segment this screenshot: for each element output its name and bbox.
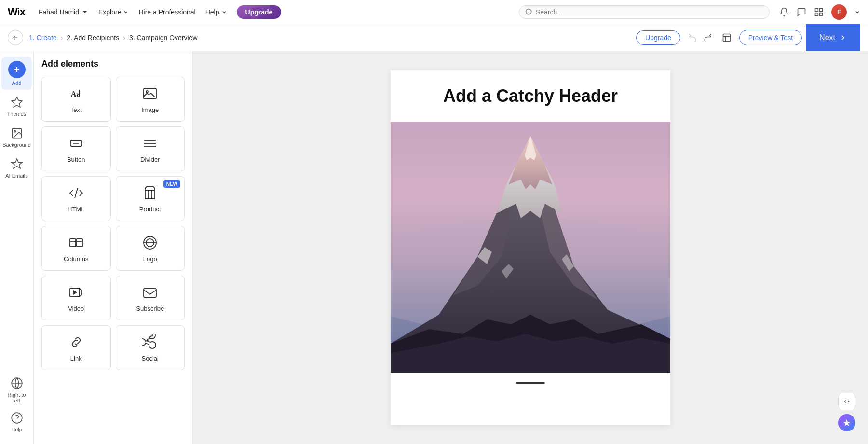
html-element-label: HTML [68, 206, 84, 213]
video-element-label: Video [68, 305, 84, 312]
sidebar-rtl-label: Right to left [4, 392, 29, 403]
svg-rect-4 [820, 13, 823, 15]
wix-logo: Wix [8, 6, 25, 18]
sidebar-background-label: Background [2, 142, 31, 148]
svg-rect-2 [820, 8, 823, 11]
layout-toggle-button[interactable] [720, 31, 733, 44]
subscribe-element-label: Subscribe [136, 305, 164, 312]
text-element-label: Text [70, 106, 82, 113]
svg-marker-28 [73, 290, 77, 295]
svg-rect-19 [145, 190, 155, 199]
help-menu[interactable]: Help [205, 8, 227, 16]
svg-point-7 [14, 131, 15, 132]
ai-helper-button[interactable] [838, 414, 855, 431]
social-element-icon [142, 333, 158, 351]
svg-rect-21 [77, 239, 82, 247]
left-sidebar: Add Themes Background AI Emails [0, 51, 34, 444]
chevron-down-icon [81, 8, 89, 16]
sidebar-item-rtl[interactable]: Right to left [1, 373, 32, 407]
chat-icon[interactable] [797, 7, 806, 17]
breadcrumb-step3[interactable]: 3. Campaign Overview [129, 34, 198, 42]
element-card-divider[interactable]: Divider [116, 126, 185, 171]
chevron-down-icon [123, 9, 129, 15]
avatar[interactable]: F [831, 4, 847, 20]
svg-text:Aa: Aa [71, 90, 81, 98]
element-card-logo[interactable]: Logo [116, 226, 185, 271]
breadcrumb-sep2: › [123, 34, 125, 42]
next-button[interactable]: Next [806, 24, 860, 51]
rtl-icon [11, 376, 23, 390]
sidebar-add-label: Add [12, 80, 22, 86]
code-helper-button[interactable] [838, 393, 855, 410]
breadcrumb-sep1: › [61, 34, 63, 42]
canvas-divider [391, 375, 670, 391]
svg-rect-5 [723, 34, 730, 41]
divider-element-label: Divider [140, 156, 160, 163]
help-icon [11, 411, 23, 425]
canvas-header: Add a Catchy Header [391, 70, 670, 122]
breadcrumb-step2[interactable]: 2. Add Recipients [67, 34, 119, 42]
element-card-image[interactable]: Image [116, 77, 185, 122]
logo-element-label: Logo [143, 255, 157, 263]
element-card-columns[interactable]: Columns [41, 226, 111, 271]
sidebar-ai-label: AI Emails [5, 173, 27, 179]
user-name: Fahad Hamid [39, 8, 79, 16]
campaign-bar: 1. Create › 2. Add Recipients › 3. Campa… [0, 24, 868, 51]
link-element-icon [68, 333, 84, 351]
sidebar-item-themes[interactable]: Themes [1, 92, 32, 121]
sidebar-themes-label: Themes [7, 111, 27, 117]
explore-menu[interactable]: Explore [98, 8, 129, 16]
nav-icons: F [779, 4, 860, 20]
element-card-link[interactable]: Link [41, 325, 111, 370]
html-element-icon [68, 184, 84, 202]
back-button[interactable] [8, 30, 23, 45]
sidebar-item-help[interactable]: Help [1, 407, 32, 436]
upgrade-button[interactable]: Upgrade [237, 5, 282, 19]
sidebar-item-add[interactable]: Add [1, 57, 32, 90]
subscribe-element-icon [142, 284, 158, 301]
sidebar-item-ai-emails[interactable]: AI Emails [1, 153, 32, 182]
svg-point-9 [12, 413, 22, 423]
product-element-icon [142, 184, 158, 202]
search-input[interactable] [536, 8, 763, 16]
element-card-html[interactable]: HTML [41, 176, 111, 221]
element-card-product[interactable]: NEW Product [116, 176, 185, 221]
apps-icon[interactable] [814, 7, 824, 17]
link-element-label: Link [70, 355, 82, 362]
svg-rect-29 [144, 289, 156, 297]
columns-element-label: Columns [64, 255, 88, 263]
element-card-video[interactable]: Video [41, 276, 111, 320]
breadcrumb-step1[interactable]: 1. Create [29, 34, 57, 42]
canvas-header-text: Add a Catchy Header [406, 86, 655, 106]
campaign-upgrade-button[interactable]: Upgrade [636, 30, 680, 45]
hire-pro-link[interactable]: Hire a Professional [138, 8, 195, 16]
video-element-icon [68, 284, 84, 301]
chevron-down-icon [221, 9, 227, 15]
sidebar-item-background[interactable]: Background [1, 123, 32, 152]
top-nav-bar: Wix Fahad Hamid Explore Hire a Professio… [0, 0, 868, 24]
main-layout: Add Themes Background AI Emails [0, 51, 868, 444]
email-canvas: Add a Catchy Header [391, 70, 670, 425]
search-bar[interactable] [519, 5, 770, 19]
element-card-social[interactable]: Social [116, 325, 185, 370]
element-card-subscribe[interactable]: Subscribe [116, 276, 185, 320]
product-element-label: Product [139, 206, 161, 213]
undo-button[interactable] [686, 31, 699, 44]
ai-emails-icon [11, 157, 23, 171]
element-card-button[interactable]: Button [41, 126, 111, 171]
preview-test-button[interactable]: Preview & Test [739, 30, 802, 45]
canvas-image-block [391, 122, 670, 375]
undo-redo-group [686, 31, 714, 44]
text-element-icon: Aa [68, 85, 84, 102]
user-menu[interactable]: Fahad Hamid [39, 8, 89, 16]
redo-button[interactable] [702, 31, 714, 44]
svg-rect-1 [815, 8, 818, 11]
sidebar-bottom: Right to left Help [1, 373, 32, 444]
logo-element-icon [142, 234, 158, 251]
notifications-icon[interactable] [779, 7, 789, 17]
element-card-text[interactable]: Aa Text [41, 77, 111, 122]
elements-grid: Aa Text Image Button [41, 77, 185, 370]
columns-element-icon [68, 234, 84, 251]
background-icon [11, 126, 23, 140]
button-element-icon [68, 135, 84, 152]
